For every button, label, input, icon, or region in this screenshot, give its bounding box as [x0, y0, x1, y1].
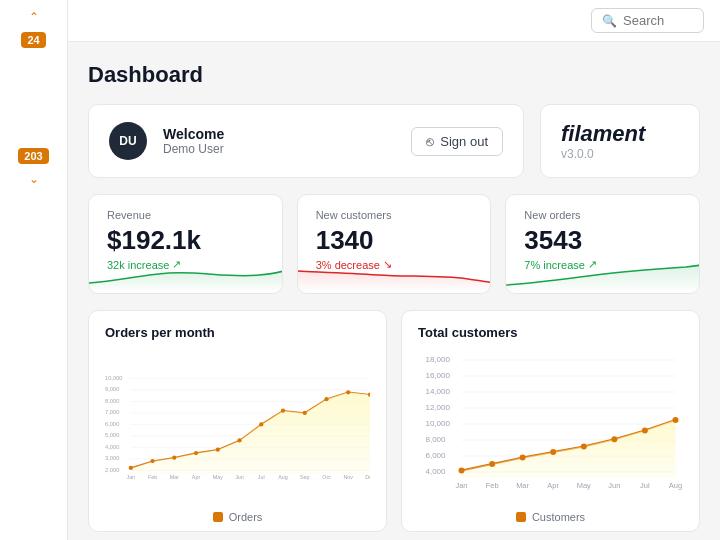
svg-text:Feb: Feb: [148, 474, 157, 480]
svg-text:Apr: Apr: [192, 474, 201, 480]
stat-card-orders: New orders 3543 7% increase ↗: [505, 194, 700, 294]
main-content: 🔍 Dashboard DU Welcome Demo User ⎋ Sign …: [68, 0, 720, 540]
svg-text:Apr: Apr: [547, 481, 559, 490]
stat-label-orders: New orders: [524, 209, 681, 221]
svg-text:9,000: 9,000: [105, 386, 119, 392]
svg-text:6,000: 6,000: [105, 421, 119, 427]
svg-text:Aug: Aug: [278, 474, 288, 480]
orders-chart-legend: Orders: [105, 511, 370, 523]
svg-point-19: [129, 466, 133, 470]
sidebar-badge-1: 24: [21, 32, 45, 48]
customers-legend-label: Customers: [532, 511, 585, 523]
brand-name: filament: [561, 121, 679, 147]
svg-text:12,000: 12,000: [426, 403, 451, 412]
svg-text:Dec: Dec: [365, 474, 370, 480]
svg-point-26: [281, 409, 285, 413]
charts-row: Orders per month 10,000 9,000 8,000 7,00…: [88, 310, 700, 532]
svg-text:5,000: 5,000: [105, 432, 119, 438]
svg-text:Mar: Mar: [170, 474, 179, 480]
svg-text:4,000: 4,000: [426, 467, 447, 476]
svg-text:10,000: 10,000: [426, 419, 451, 428]
svg-point-65: [611, 436, 617, 442]
svg-text:10,000: 10,000: [105, 375, 123, 381]
svg-text:18,000: 18,000: [426, 355, 451, 364]
svg-text:Jun: Jun: [608, 481, 620, 490]
svg-point-64: [581, 443, 587, 449]
customers-chart: 18,000 16,000 14,000 12,000 10,000 8,000…: [418, 348, 683, 503]
svg-point-60: [459, 467, 465, 473]
orders-sparkline: [506, 253, 700, 293]
svg-point-27: [303, 411, 307, 415]
orders-legend-label: Orders: [229, 511, 263, 523]
search-icon: 🔍: [602, 14, 617, 28]
svg-text:Sep: Sep: [300, 474, 310, 480]
search-input[interactable]: [623, 13, 693, 28]
svg-point-62: [520, 455, 526, 461]
stat-card-customers: New customers 1340 3% decrease ↘: [297, 194, 492, 294]
svg-point-21: [172, 456, 176, 460]
stat-card-revenue: Revenue $192.1k 32k increase ↗: [88, 194, 283, 294]
svg-point-61: [489, 461, 495, 467]
sidebar: ⌃ 24 203 ⌄: [0, 0, 68, 540]
svg-text:6,000: 6,000: [426, 451, 447, 460]
svg-point-24: [237, 438, 241, 442]
stats-row: Revenue $192.1k 32k increase ↗: [88, 194, 700, 294]
user-name: Welcome: [163, 126, 224, 142]
svg-text:Jan: Jan: [455, 481, 467, 490]
welcome-card: DU Welcome Demo User ⎋ Sign out: [88, 104, 524, 178]
svg-text:Jul: Jul: [640, 481, 650, 490]
svg-text:16,000: 16,000: [426, 371, 451, 380]
customers-chart-title: Total customers: [418, 325, 683, 340]
svg-text:Feb: Feb: [486, 481, 499, 490]
customers-legend-dot: [516, 512, 526, 522]
svg-point-20: [150, 459, 154, 463]
orders-chart-title: Orders per month: [105, 325, 370, 340]
svg-text:14,000: 14,000: [426, 387, 451, 396]
svg-text:Jun: Jun: [235, 474, 244, 480]
svg-point-22: [194, 451, 198, 455]
welcome-text: Welcome Demo User: [163, 126, 224, 156]
content-area: Dashboard DU Welcome Demo User ⎋ Sign ou…: [68, 42, 720, 540]
svg-point-67: [673, 417, 679, 423]
sign-out-icon: ⎋: [426, 134, 434, 149]
svg-text:Mar: Mar: [516, 481, 529, 490]
svg-text:4,000: 4,000: [105, 444, 119, 450]
brand-card: filament v3.0.0: [540, 104, 700, 178]
svg-point-28: [324, 397, 328, 401]
svg-text:8,000: 8,000: [426, 435, 447, 444]
svg-text:3,000: 3,000: [105, 455, 119, 461]
svg-point-29: [346, 390, 350, 394]
stat-value-orders: 3543: [524, 225, 681, 256]
sidebar-chevron-up[interactable]: ⌃: [29, 10, 39, 24]
svg-marker-18: [131, 392, 370, 474]
svg-text:8,000: 8,000: [105, 398, 119, 404]
customers-chart-legend: Customers: [418, 511, 683, 523]
user-role: Demo User: [163, 142, 224, 156]
stat-label-revenue: Revenue: [107, 209, 264, 221]
orders-chart-card: Orders per month 10,000 9,000 8,000 7,00…: [88, 310, 387, 532]
avatar: DU: [109, 122, 147, 160]
welcome-section: DU Welcome Demo User ⎋ Sign out filament…: [88, 104, 700, 178]
svg-point-23: [216, 447, 220, 451]
orders-legend-dot: [213, 512, 223, 522]
revenue-sparkline: [89, 253, 283, 293]
sidebar-chevron-down[interactable]: ⌄: [29, 172, 39, 186]
sidebar-badge-2: 203: [18, 148, 48, 164]
sign-out-button[interactable]: ⎋ Sign out: [411, 127, 503, 156]
sign-out-label: Sign out: [440, 134, 488, 149]
customers-sparkline: [298, 253, 492, 293]
svg-point-25: [259, 422, 263, 426]
search-box[interactable]: 🔍: [591, 8, 704, 33]
svg-point-63: [550, 449, 556, 455]
svg-point-66: [642, 427, 648, 433]
stat-value-revenue: $192.1k: [107, 225, 264, 256]
svg-text:7,000: 7,000: [105, 409, 119, 415]
svg-text:Jul: Jul: [258, 474, 265, 480]
svg-text:May: May: [213, 474, 223, 480]
svg-text:Nov: Nov: [343, 474, 353, 480]
svg-text:Oct: Oct: [322, 474, 331, 480]
svg-text:Jan: Jan: [126, 474, 135, 480]
brand-version: v3.0.0: [561, 147, 679, 161]
topbar: 🔍: [68, 0, 720, 42]
page-title: Dashboard: [88, 62, 700, 88]
